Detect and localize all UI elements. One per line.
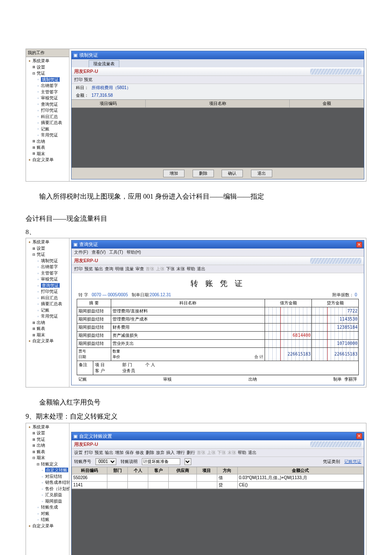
menu-item[interactable]: 工具(T)	[109, 250, 123, 254]
tree-item[interactable]: ⊞出纳	[27, 320, 68, 326]
toolbar-item[interactable]: 增加	[115, 450, 124, 455]
toolbar-item[interactable]: 帮助	[238, 450, 246, 455]
tree-item[interactable]: ▫填制凭证	[27, 77, 68, 83]
tree-item[interactable]: ▫打印凭证	[27, 289, 68, 295]
grid3-row[interactable]: 1141贷CE()	[72, 481, 364, 489]
toolbar-item[interactable]: 帮助	[187, 266, 195, 271]
type-link[interactable]: 记账凭证	[344, 459, 361, 465]
tree-item[interactable]: ▫出纳签字	[27, 83, 68, 89]
voucher-row[interactable]: 期间损益结转管理费用/直接材料7722	[77, 307, 359, 315]
tree-item[interactable]: ▫对应结转	[27, 474, 68, 480]
titlebar-1[interactable]: ▣ 填制凭证	[72, 51, 364, 59]
tree-item[interactable]: ▫打印凭证	[27, 107, 68, 114]
titlebar-3[interactable]: ▣ 自定义转账设置 ✕	[72, 432, 364, 440]
menu-item[interactable]: 文件(F)	[74, 250, 88, 254]
tree-item[interactable]: ⊞期末	[27, 151, 68, 157]
toolbar-item[interactable]: 设置	[74, 450, 83, 455]
tree-item[interactable]: ▫自定义转账	[27, 467, 68, 474]
tab-cashflow[interactable]: 现金流量表	[89, 60, 119, 67]
tree-item[interactable]: ▫记账	[27, 307, 68, 314]
tree-item[interactable]: ▫销售成本结转	[27, 480, 68, 486]
tree-item[interactable]: ▫常用凭证	[27, 313, 68, 320]
toolbar-item[interactable]: 放弃	[156, 450, 164, 455]
toolbar-item[interactable]: 保存	[125, 450, 134, 455]
toolbar-item[interactable]: 删除	[146, 450, 154, 455]
tree-item[interactable]: ▫摘要汇总表	[27, 301, 68, 307]
tree-item[interactable]: ⊞出纳	[27, 139, 68, 145]
toolbar-2[interactable]: 打印预览输出查询明细流量审查首张上张下张末张帮助退出	[72, 265, 364, 273]
tree-item[interactable]: ✦系统菜单	[27, 424, 68, 431]
desc-input[interactable]	[142, 458, 180, 465]
tree-item[interactable]: ▫汇兑损益	[27, 492, 68, 498]
toolbar-item[interactable]: 上张	[207, 450, 216, 455]
tree-item[interactable]: ▫出纳签字	[27, 264, 68, 270]
tree-item[interactable]: ▫填制凭证	[27, 258, 68, 264]
toolbar-item[interactable]: 预览	[95, 450, 103, 455]
menubar-2[interactable]: 文件(F)查看(V)工具(T)帮助(H)	[72, 249, 364, 257]
desc-dropdown[interactable]	[184, 458, 191, 465]
toolbar-item[interactable]: 删行	[187, 450, 195, 455]
tree-item[interactable]: ▫查询凭证	[27, 283, 68, 289]
voucher-row[interactable]: 期间损益结转资产减值损失6814400	[77, 332, 359, 340]
toolbar-item[interactable]: 审查	[135, 266, 144, 271]
tree-item[interactable]: ⊞凭证	[27, 436, 68, 443]
toolbar-item[interactable]: 下张	[166, 266, 175, 271]
tree-item[interactable]: ✦自定义菜单	[27, 338, 68, 344]
seq-select[interactable]: 0001	[95, 458, 116, 465]
voucher-row[interactable]: 期间损益结转营业外支出10710000	[77, 340, 359, 348]
toolbar-item[interactable]: 末张	[176, 266, 185, 271]
toolbar-item[interactable]: 退出	[248, 450, 257, 455]
toolbar-item[interactable]: 首张	[146, 266, 154, 271]
tree-item[interactable]: ▫科目汇总	[27, 114, 68, 120]
tree-item[interactable]: ⊞账表	[27, 145, 68, 151]
toolbar-item[interactable]: 下张	[217, 450, 226, 455]
tree-item[interactable]: ▫记账	[27, 126, 68, 133]
tree-item[interactable]: ⊞设置	[27, 430, 68, 436]
tree-item[interactable]: ▫查询凭证	[27, 101, 68, 108]
tree-item[interactable]: ▫审核凭证	[27, 95, 68, 101]
tree-item[interactable]: ⊟凭证	[27, 251, 68, 258]
tree-item[interactable]: ▫常用凭证	[27, 132, 68, 139]
toolbar-item[interactable]: 打印	[74, 266, 83, 271]
menu-item[interactable]: 查看(V)	[92, 250, 106, 254]
tree-item[interactable]: ▫期间损益	[27, 498, 68, 505]
tree-item[interactable]: ⊟转账定义	[27, 461, 68, 468]
toolbar-item[interactable]: 退出	[197, 266, 205, 271]
toolbar-3[interactable]: 设置打印预览输出增加保存修改删除放弃插入增行删行首张上张下张末张帮助退出	[72, 449, 364, 457]
tree-item[interactable]: ✦自定义菜单	[27, 523, 68, 529]
tree-item[interactable]: ▫摘要汇总表	[27, 120, 68, 126]
tree-item[interactable]: ▫结账	[27, 517, 68, 523]
tree-item[interactable]: ⊟凭证	[27, 70, 68, 77]
menu-item[interactable]: 帮助(H)	[127, 250, 141, 254]
tree-item[interactable]: ▫售价（计划价）	[27, 486, 68, 492]
toolbar-item[interactable]: 输出	[95, 266, 103, 271]
tree-item[interactable]: ▫主管签字	[27, 89, 68, 95]
toolbar-item[interactable]: 明细	[115, 266, 124, 271]
delete-button[interactable]: 删除	[193, 170, 214, 177]
tree-item[interactable]: ✦自定义菜单	[27, 157, 68, 163]
close-icon[interactable]: ✕	[356, 242, 362, 248]
tree-item[interactable]: ⊞设置	[27, 64, 68, 71]
tree-item[interactable]: ⊞账表	[27, 326, 68, 332]
tree-item[interactable]: ⊞账表	[27, 449, 68, 455]
toolbar-item[interactable]: 输出	[105, 450, 113, 455]
toolbar-item[interactable]: 上张	[156, 266, 164, 271]
tree-item[interactable]: ⊞出纳	[27, 442, 68, 449]
toolbar-item[interactable]: 预览	[84, 266, 93, 271]
tree-item[interactable]: ⊞期末	[27, 332, 68, 338]
toolbar-item[interactable]: 查询	[105, 266, 113, 271]
tree-item[interactable]: ⊞设置	[27, 246, 68, 252]
tree-item[interactable]: ✦系统菜单	[27, 239, 68, 246]
tree-item[interactable]: ⊟期末	[27, 455, 68, 461]
toolbar-item[interactable]: 首张	[197, 450, 205, 455]
tree-item[interactable]: ✦系统菜单	[27, 58, 68, 64]
voucher-row[interactable]: 期间损益结转管理费用/生产成本1143530	[77, 315, 359, 324]
grid3-row[interactable]: 550206借0.03*QM(1131,月,借,,)+QM(1133,月	[72, 474, 364, 481]
tree-item[interactable]: ▫对账	[27, 511, 68, 517]
add-button[interactable]: 增加	[163, 170, 184, 177]
toolbar-item[interactable]: 修改	[135, 450, 144, 455]
toolbar-item[interactable]: 末张	[228, 450, 236, 455]
tree-item[interactable]: ▫科目汇总	[27, 295, 68, 301]
toolbar-item[interactable]: 流量	[125, 266, 134, 271]
ok-button[interactable]: 确认	[222, 170, 243, 177]
